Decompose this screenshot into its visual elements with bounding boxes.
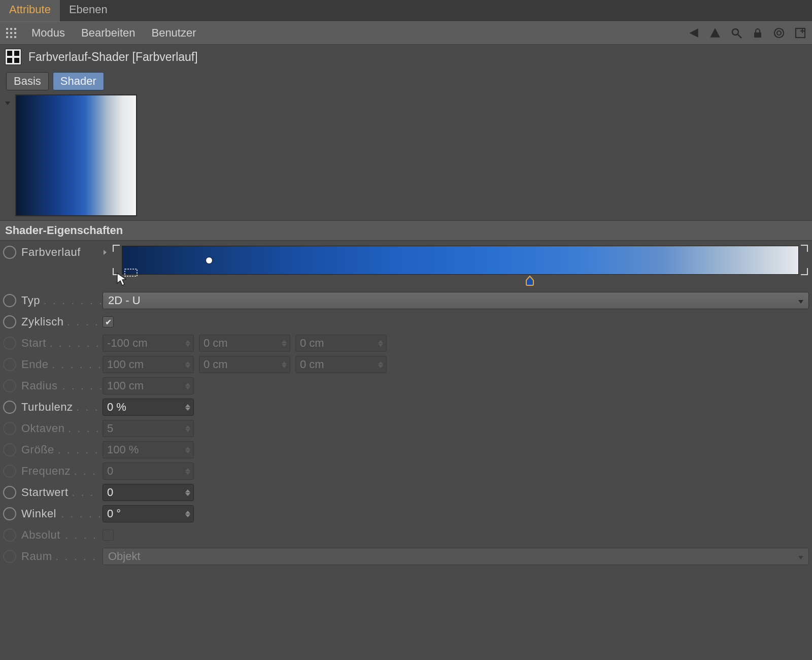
label-zyklisch: Zyklisch . . . . [21, 315, 103, 328]
svg-rect-8 [14, 36, 16, 38]
anim-toggle-ende[interactable] [3, 358, 16, 371]
anim-toggle-startwert[interactable] [3, 486, 16, 499]
field-ende-z[interactable]: 0 cm [295, 356, 387, 373]
anim-toggle-raum[interactable] [3, 550, 16, 563]
field-start-x[interactable]: -100 cm [103, 335, 194, 352]
menu-bearbeiten[interactable]: Bearbeiten [73, 24, 143, 42]
field-winkel[interactable]: 0 ° [103, 505, 194, 522]
label-start: Start . . . . . . [21, 337, 103, 350]
svg-point-14 [774, 28, 784, 38]
field-groesse[interactable]: 100 % [103, 441, 194, 458]
anim-toggle-groesse[interactable] [3, 443, 16, 456]
label-oktaven: Oktaven . . . . [21, 422, 103, 435]
top-tabstrip: Attribute Ebenen [0, 0, 812, 21]
menu-modus[interactable]: Modus [23, 24, 73, 42]
disclosure-icon[interactable] [4, 96, 13, 106]
anim-toggle-turbulenz[interactable] [3, 401, 16, 414]
svg-rect-0 [6, 28, 8, 30]
anim-toggle-frequenz[interactable] [3, 465, 16, 478]
svg-rect-1 [10, 28, 12, 30]
subtab-basis[interactable]: Basis [6, 72, 49, 90]
anim-toggle-radius[interactable] [3, 379, 16, 392]
svg-rect-2 [14, 28, 16, 30]
svg-marker-19 [5, 102, 10, 105]
svg-rect-16 [796, 28, 805, 38]
anim-toggle-winkel[interactable] [3, 507, 16, 520]
field-radius[interactable]: 100 cm [103, 377, 194, 394]
label-farbverlauf: Farbverlauf [21, 246, 103, 259]
checkbox-zyklisch[interactable] [103, 316, 114, 327]
field-startwert[interactable]: 0 [103, 484, 194, 501]
dropdown-typ[interactable]: 2D - U [103, 292, 809, 309]
anim-toggle-typ[interactable] [3, 294, 16, 307]
svg-point-15 [777, 31, 781, 35]
label-typ: Typ . . . . . . . [21, 294, 103, 307]
object-title: Farbverlauf-Shader [Farbverlauf] [28, 50, 198, 64]
field-ende-x[interactable]: 100 cm [103, 356, 194, 373]
anim-toggle-oktaven[interactable] [3, 422, 16, 435]
nav-up-icon[interactable] [706, 24, 724, 42]
dropdown-raum[interactable]: Objekt [103, 548, 809, 565]
field-frequenz[interactable]: 0 [103, 463, 194, 480]
gradient-preview[interactable] [15, 94, 137, 216]
svg-marker-23 [798, 556, 803, 559]
gradient-expand-icon[interactable] [103, 246, 110, 259]
label-turbulenz: Turbulenz . . . [21, 401, 103, 414]
svg-marker-10 [710, 28, 720, 37]
label-raum: Raum . . . . . [21, 550, 103, 563]
gradient-midpoint[interactable] [206, 257, 213, 264]
label-winkel: Winkel . . . . . [21, 507, 103, 520]
svg-rect-13 [754, 32, 761, 38]
checkbox-absolut[interactable] [103, 530, 114, 541]
svg-marker-9 [689, 28, 698, 37]
preview-row [0, 94, 812, 220]
gradient-corner-tl [113, 245, 120, 252]
nav-back-icon[interactable] [685, 24, 702, 42]
svg-rect-3 [6, 32, 8, 34]
grid-icon[interactable] [4, 26, 18, 40]
object-header: Farbverlauf-Shader [Farbverlauf] [0, 45, 812, 69]
menubar: Modus Bearbeiten Benutzer [0, 21, 812, 45]
menu-benutzer[interactable]: Benutzer [143, 24, 204, 42]
properties-panel: Farbverlauf [0, 241, 812, 567]
gradient-corner-tr [801, 245, 808, 252]
gradient-bar[interactable] [122, 246, 799, 275]
label-frequenz: Frequenz . . . [21, 465, 103, 478]
svg-marker-20 [104, 250, 107, 255]
new-window-icon[interactable] [792, 24, 809, 42]
search-icon[interactable] [728, 24, 745, 42]
field-oktaven[interactable]: 5 [103, 420, 194, 437]
chevron-down-icon [797, 550, 804, 563]
tab-ebenen[interactable]: Ebenen [60, 0, 117, 21]
label-ende: Ende . . . . . . [21, 358, 103, 371]
svg-rect-6 [6, 36, 8, 38]
subtab-shader[interactable]: Shader [53, 72, 104, 90]
field-ende-y[interactable]: 0 cm [199, 356, 290, 373]
anim-toggle-zyklisch[interactable] [3, 315, 16, 328]
anim-toggle-start[interactable] [3, 337, 16, 350]
label-startwert: Startwert . . . [21, 486, 103, 499]
svg-rect-7 [10, 36, 12, 38]
field-start-z[interactable]: 0 cm [295, 335, 387, 352]
anim-toggle-farbverlauf[interactable] [3, 246, 16, 259]
target-icon[interactable] [770, 24, 788, 42]
gradient-corner-br [801, 268, 808, 275]
shader-type-icon [5, 49, 21, 65]
svg-marker-22 [798, 300, 803, 304]
field-start-y[interactable]: 0 cm [199, 335, 290, 352]
lock-icon[interactable] [749, 24, 766, 42]
label-absolut: Absolut . . . . [21, 529, 103, 542]
svg-rect-4 [10, 32, 12, 34]
gradient-editor[interactable] [112, 246, 809, 285]
svg-rect-5 [14, 32, 16, 34]
svg-line-12 [738, 35, 741, 38]
chevron-down-icon [797, 294, 804, 307]
anim-toggle-absolut[interactable] [3, 529, 16, 542]
tab-attribute[interactable]: Attribute [0, 0, 60, 21]
subtab-strip: Basis Shader [0, 69, 812, 94]
field-turbulenz[interactable]: 0 % [103, 399, 194, 416]
label-groesse: Größe . . . . . [21, 443, 103, 456]
gradient-stop[interactable] [525, 275, 535, 286]
gradient-corner-bl [113, 268, 120, 275]
label-radius: Radius . . . . . [21, 379, 103, 392]
